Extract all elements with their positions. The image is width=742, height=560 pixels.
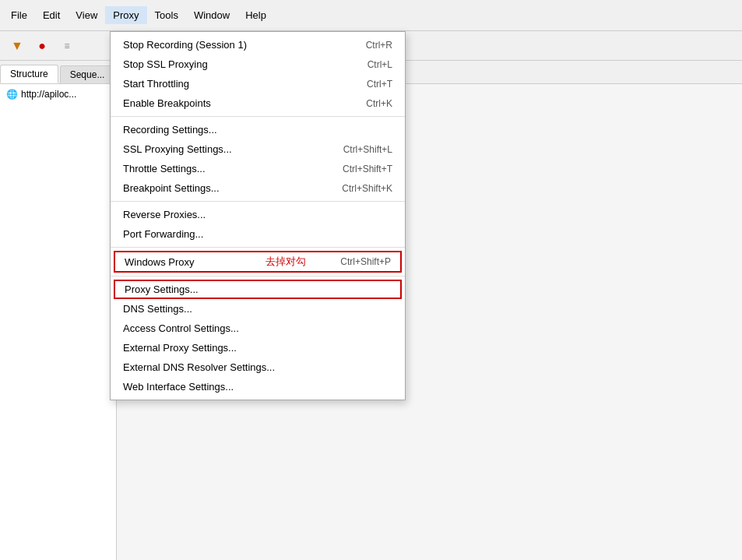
text-button[interactable]: ≡ [56,35,78,57]
menu-ssl-proxying-settings-label: SSL Proxying Settings... [123,143,312,155]
menu-stop-ssl-proxying-shortcut: Ctrl+L [367,59,392,70]
menu-start-throttling-shortcut: Ctrl+T [367,79,392,90]
menu-access-control-settings-label: Access Control Settings... [123,322,361,334]
menu-recording-settings[interactable]: Recording Settings... [111,120,405,139]
menu-breakpoint-settings[interactable]: Breakpoint Settings... Ctrl+Shift+K [111,178,405,198]
menu-reverse-proxies-label: Reverse Proxies... [123,209,361,220]
separator-1 [111,116,405,117]
menu-start-throttling-label: Start Throttling [123,78,336,90]
separator-4 [111,276,405,276]
menu-stop-ssl-proxying-label: Stop SSL Proxying [123,58,336,70]
menubar: File Edit View Proxy Tools Window Help [0,0,742,31]
menu-port-forwarding[interactable]: Port Forwarding... [111,224,405,244]
menu-external-proxy-settings-label: External Proxy Settings... [123,342,361,354]
menu-ssl-proxying-settings[interactable]: SSL Proxying Settings... Ctrl+Shift+L [111,139,405,159]
sidebar: 🌐 http://apiloc... [0,84,117,560]
menu-breakpoint-settings-label: Breakpoint Settings... [123,182,311,194]
menubar-view[interactable]: View [68,6,105,24]
menu-enable-breakpoints-shortcut: Ctrl+K [366,98,392,109]
menu-proxy-settings-label: Proxy Settings... [125,284,360,295]
separator-2 [111,201,405,202]
menubar-edit[interactable]: Edit [35,6,68,24]
menu-enable-breakpoints-label: Enable Breakpoints [123,97,335,109]
menu-windows-proxy[interactable]: Windows Proxy 去掉对勾 Ctrl+Shift+P [114,251,402,273]
arrow-button[interactable]: ▼ [6,35,28,57]
sidebar-item-label: http://apiloc... [21,89,76,100]
menubar-window[interactable]: Window [186,6,237,24]
globe-icon: 🌐 [6,89,18,100]
menu-stop-ssl-proxying[interactable]: Stop SSL Proxying Ctrl+L [111,55,405,74]
menu-enable-breakpoints[interactable]: Enable Breakpoints Ctrl+K [111,93,405,113]
menu-access-control-settings[interactable]: Access Control Settings... [111,319,405,338]
menu-external-proxy-settings[interactable]: External Proxy Settings... [111,338,405,357]
menu-throttle-settings[interactable]: Throttle Settings... Ctrl+Shift+T [111,159,405,178]
menu-dns-settings-label: DNS Settings... [123,303,361,315]
menubar-file[interactable]: File [3,6,35,24]
proxy-dropdown-menu: Stop Recording (Session 1) Ctrl+R Stop S… [110,31,406,400]
separator-3 [111,247,405,248]
menubar-tools[interactable]: Tools [147,6,186,24]
menu-breakpoint-settings-shortcut: Ctrl+Shift+K [342,183,392,194]
menubar-proxy[interactable]: Proxy [105,6,146,24]
menu-stop-recording-label: Stop Recording (Session 1) [123,39,335,51]
menu-port-forwarding-label: Port Forwarding... [123,228,361,240]
tab-structure[interactable]: Structure [0,65,58,83]
menubar-help[interactable]: Help [237,6,274,24]
menu-start-throttling[interactable]: Start Throttling Ctrl+T [111,74,405,93]
sidebar-item-apilocal[interactable]: 🌐 http://apiloc... [0,87,116,101]
menu-throttle-settings-shortcut: Ctrl+Shift+T [343,164,392,174]
menu-reverse-proxies[interactable]: Reverse Proxies... [111,205,405,224]
menu-windows-proxy-label: Windows Proxy [125,256,259,268]
menu-web-interface-settings-label: Web Interface Settings... [123,381,361,393]
menu-recording-settings-label: Recording Settings... [123,124,361,136]
menu-external-dns-resolver-settings-label: External DNS Resolver Settings... [123,361,361,373]
menu-windows-proxy-shortcut: Ctrl+Shift+P [340,256,391,267]
menu-web-interface-settings[interactable]: Web Interface Settings... [111,377,405,396]
menu-stop-recording-shortcut: Ctrl+R [366,40,392,51]
menu-dns-settings[interactable]: DNS Settings... [111,299,405,319]
windows-proxy-annotation: 去掉对勾 [266,255,306,269]
record-button[interactable]: ● [31,35,53,57]
menu-throttle-settings-label: Throttle Settings... [123,163,311,174]
menu-proxy-settings[interactable]: Proxy Settings... [114,280,402,299]
tab-sequence[interactable]: Seque... [60,65,115,83]
menu-external-dns-resolver-settings[interactable]: External DNS Resolver Settings... [111,357,405,377]
menu-stop-recording[interactable]: Stop Recording (Session 1) Ctrl+R [111,35,405,55]
menu-ssl-proxying-settings-shortcut: Ctrl+Shift+L [343,144,392,155]
